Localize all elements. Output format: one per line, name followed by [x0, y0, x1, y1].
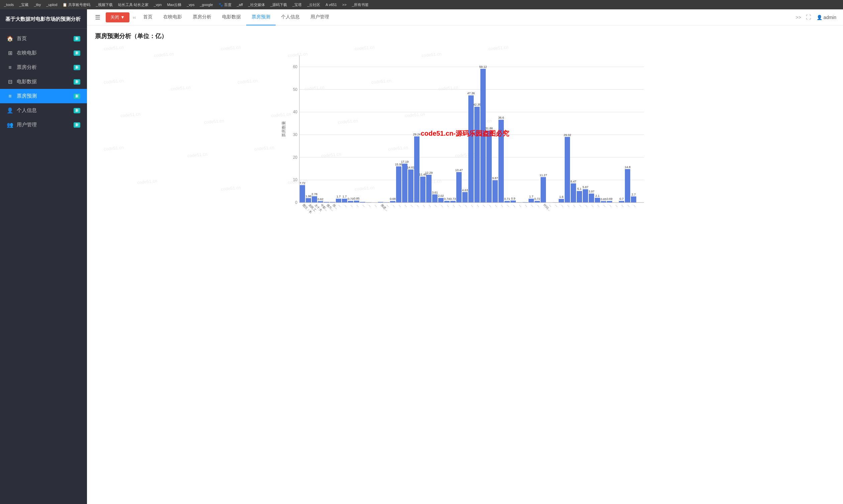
bar[interactable]	[432, 195, 437, 202]
bar-xlabel: ...	[374, 203, 378, 207]
sidebar-item-nowplaying[interactable]: ⊞ 在映电影 新	[0, 46, 87, 60]
bar[interactable]	[300, 185, 305, 202]
close-button[interactable]: 关闭 ▼	[106, 12, 130, 22]
bar[interactable]	[318, 201, 323, 202]
bookmark-item[interactable]: _宝塔	[291, 2, 303, 8]
bar[interactable]	[631, 197, 636, 202]
bookmark-all[interactable]: _所有书签	[350, 2, 370, 8]
tab-boxoffice[interactable]: 票房分析	[187, 10, 217, 25]
bar[interactable]	[438, 198, 444, 202]
tab-prediction[interactable]: 票房预测	[246, 10, 276, 25]
bar[interactable]	[390, 201, 395, 202]
bar-xlabel: ...	[513, 203, 517, 207]
nav-next-arrow[interactable]: >>	[794, 15, 803, 20]
nav-prev-arrow[interactable]: ‹‹	[131, 15, 138, 20]
bar[interactable]	[420, 177, 426, 202]
bookmark-item[interactable]: _视频下载	[94, 2, 114, 8]
bar[interactable]	[619, 201, 624, 202]
bar[interactable]	[426, 175, 432, 202]
bookmark-item[interactable]: _uplod	[45, 2, 58, 7]
bookmark-item[interactable]: _云社区	[306, 2, 322, 8]
bar-xlabel: ...	[471, 203, 475, 207]
bookmark-item[interactable]: _宝藏	[18, 2, 30, 8]
bookmark-item[interactable]: _tby	[32, 2, 42, 7]
bar[interactable]	[589, 194, 594, 202]
bookmark-more[interactable]: >>	[341, 2, 348, 7]
sidebar-item-home[interactable]: 🏠 首页 新	[0, 32, 87, 46]
bookmark-item[interactable]: _vps	[185, 2, 196, 7]
bookmark-item[interactable]: Max云梯	[166, 2, 183, 8]
bar[interactable]	[414, 137, 419, 202]
bar-value-label: 0.74	[444, 197, 450, 200]
bookmark-item[interactable]: _源码下载	[269, 2, 288, 8]
bar-value-label: 59.12	[479, 65, 487, 69]
bar[interactable]	[504, 201, 510, 202]
tab-usermgmt[interactable]: 用户管理	[305, 10, 334, 25]
bookmark-item[interactable]: _tools	[3, 2, 15, 7]
bar[interactable]	[312, 196, 317, 202]
bar[interactable]	[571, 183, 576, 202]
bar-value-label: 8.47	[570, 180, 577, 183]
tab-profile[interactable]: 个人信息	[276, 10, 305, 25]
bar[interactable]	[402, 164, 408, 202]
bar[interactable]	[529, 199, 534, 202]
bar[interactable]	[342, 199, 347, 202]
bar-xlabel: ...	[561, 203, 565, 207]
bar[interactable]	[396, 166, 401, 202]
bar[interactable]	[625, 169, 630, 202]
bookmark-item[interactable]: _aff	[236, 2, 244, 7]
bookmark-item[interactable]: A v651	[324, 2, 338, 7]
bar[interactable]	[601, 201, 606, 202]
bookmark-item[interactable]: _vpn	[153, 2, 163, 7]
bar[interactable]	[583, 189, 588, 202]
bookmark-item[interactable]: 🐾 百度	[217, 2, 233, 8]
bar-value-label: 2.78	[311, 193, 317, 196]
sidebar-item-profile[interactable]: 👤 个人信息 新	[0, 103, 87, 118]
bar[interactable]	[607, 201, 612, 202]
bookmark-item[interactable]: _社交媒体	[247, 2, 266, 8]
bar[interactable]	[595, 198, 600, 202]
bar[interactable]	[456, 172, 462, 202]
tab-nowplaying[interactable]: 在映电影	[158, 10, 187, 25]
bar-xlabel: ...	[501, 203, 505, 207]
bar[interactable]	[535, 201, 540, 202]
bar-xlabel: ...	[597, 203, 601, 207]
fullscreen-button[interactable]: ⛶	[803, 13, 814, 22]
bar[interactable]	[474, 107, 480, 202]
bar[interactable]	[462, 192, 468, 202]
hamburger-button[interactable]: ☰	[91, 11, 104, 24]
bar[interactable]	[450, 201, 455, 202]
bar[interactable]	[493, 180, 498, 202]
bar[interactable]	[348, 201, 353, 202]
bookmark-item[interactable]: 站长工具·站长之家	[117, 2, 150, 8]
bar-value-label: 5.1	[578, 187, 582, 191]
app-layout: 基于大数据对电影市场的预测分析 🏠 首页 新 ⊞ 在映电影 新 ≡ 票房分析 新…	[0, 10, 843, 504]
bar[interactable]	[558, 199, 564, 202]
bar[interactable]	[511, 200, 516, 202]
bar[interactable]	[408, 169, 413, 202]
bar[interactable]	[468, 95, 474, 202]
sidebar-item-boxoffice[interactable]: ≡ 票房分析 新	[0, 60, 87, 74]
tab-moviedata[interactable]: 电影数据	[217, 10, 246, 25]
bar-value-label: 12.29	[425, 171, 433, 175]
nav-badge: 新	[74, 122, 80, 128]
bar-xlabel: ...	[441, 203, 445, 207]
bar-value-label: 1.7	[529, 195, 534, 198]
bar[interactable]	[486, 130, 492, 202]
sidebar-item-usermgmt[interactable]: 👥 用户管理 新	[0, 118, 87, 132]
bar[interactable]	[540, 177, 546, 202]
user-info[interactable]: 👤 admin	[814, 13, 839, 21]
tab-home[interactable]: 首页	[138, 10, 158, 25]
bar[interactable]	[354, 200, 359, 202]
bookmark-item[interactable]: 📋 共享账号密码	[61, 2, 92, 8]
bar-value-label: 3.97	[588, 190, 595, 193]
usermgmt-icon: 👥	[7, 122, 13, 128]
bar[interactable]	[444, 201, 450, 202]
bar[interactable]	[565, 137, 570, 202]
bar[interactable]	[336, 199, 341, 202]
bookmark-item[interactable]: _google	[199, 2, 214, 7]
sidebar-item-prediction[interactable]: ≡ 票房预测 新	[0, 89, 87, 103]
bar[interactable]	[306, 198, 311, 202]
bar[interactable]	[577, 191, 582, 202]
sidebar-item-moviedata[interactable]: ⊟ 电影数据 新	[0, 74, 87, 89]
